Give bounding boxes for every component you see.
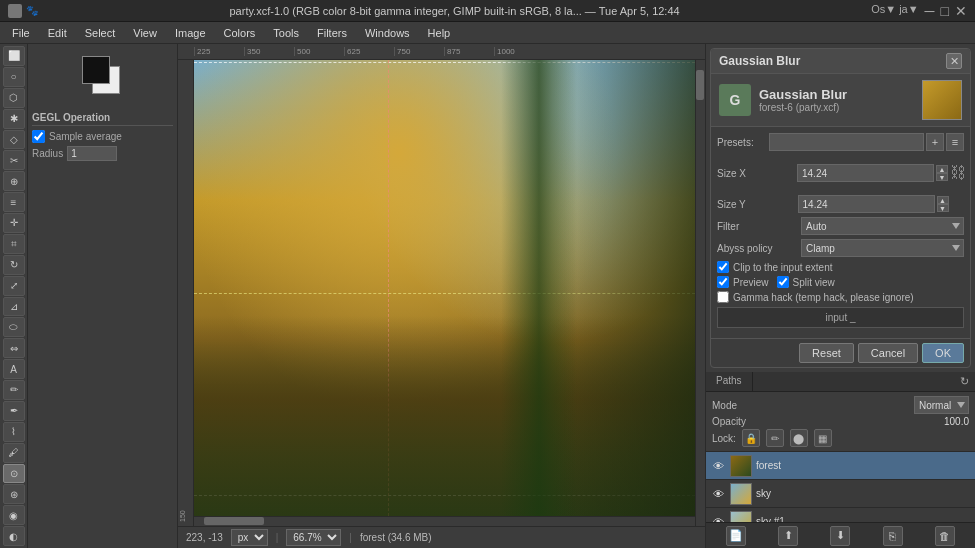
abyss-select[interactable]: Clamp [801,239,964,257]
tool-paint[interactable]: ✏ [3,380,25,400]
gamma-checkbox[interactable] [717,291,729,303]
maximize-button[interactable]: □ [941,3,949,19]
layer-eye-sky1[interactable]: 👁 [710,514,726,523]
dialog-close-button[interactable]: ✕ [946,53,962,69]
chain-link-icon[interactable]: ⛓ [952,155,964,191]
menu-edit[interactable]: Edit [40,25,75,41]
preview-checkbox[interactable] [717,276,729,288]
size-x-input-wrap: ▲ ▼ [797,164,948,182]
dialog-body: Presets: + ≡ Size X ▲ ▼ ⛓ [711,127,970,338]
title-bar-app-icons: 🐾 [8,4,38,18]
zoom-select[interactable]: 66.7% [286,529,341,546]
raise-layer-button[interactable]: ⬆ [778,526,798,546]
tool-transform[interactable]: ⊕ [3,171,25,191]
tool-shear[interactable]: ⊿ [3,297,25,317]
presets-menu-button[interactable]: ≡ [946,133,964,151]
lower-layer-button[interactable]: ⬇ [830,526,850,546]
lock-pixels-button[interactable]: 🔒 [742,429,760,447]
canvas-area: 225 350 500 625 750 875 1000 150 200 250… [178,44,705,548]
tool-ink[interactable]: 🖋 [3,443,25,463]
tool-options-panel: GEGL Operation Sample average Radius [28,44,178,548]
cancel-button[interactable]: Cancel [858,343,918,363]
size-x-spinners: ▲ ▼ [936,165,948,181]
lock-alpha-button[interactable]: ⬤ [790,429,808,447]
tool-dodge[interactable]: ◐ [3,526,25,546]
delete-layer-button[interactable]: 🗑 [935,526,955,546]
size-x-decrement[interactable]: ▼ [936,173,948,181]
tool-airbrush[interactable]: ⌇ [3,422,25,442]
tool-fuzzy-select[interactable]: ✱ [3,109,25,129]
canvas-scrollbar-horizontal[interactable] [194,516,695,526]
tool-text[interactable]: A [3,359,25,379]
canvas-image[interactable] [194,60,705,526]
menu-select[interactable]: Select [77,25,124,41]
presets-add-button[interactable]: + [926,133,944,151]
ruler-mark-350: 350 [244,47,294,56]
reset-button[interactable]: Reset [799,343,854,363]
layer-eye-forest[interactable]: 👁 [710,458,726,474]
layer-item-forest[interactable]: 👁 forest [706,452,975,480]
tool-pencil[interactable]: ✒ [3,401,25,421]
tool-flip[interactable]: ⇔ [3,338,25,358]
tool-free-select[interactable]: ⬡ [3,88,25,108]
lock-label: Lock: [712,433,736,444]
split-checkbox[interactable] [777,276,789,288]
lock-draw-button[interactable]: ✏ [766,429,784,447]
menu-image[interactable]: Image [167,25,214,41]
tool-select-color[interactable]: ◇ [3,130,25,150]
foreground-color-swatch[interactable] [82,56,110,84]
scrollbar-thumb-v[interactable] [696,70,704,100]
menu-view[interactable]: View [125,25,165,41]
tool-scale[interactable]: ⤢ [3,276,25,296]
minimize-button[interactable]: ─ [925,3,935,19]
mode-select[interactable]: Normal [914,396,969,414]
menu-tools[interactable]: Tools [265,25,307,41]
size-y-label: Size Y [717,199,794,210]
layer-item-sky[interactable]: 👁 sky [706,480,975,508]
tool-ellipse-select[interactable]: ○ [3,67,25,87]
canvas-scrollbar-vertical[interactable] [695,60,705,526]
dialog-header: G Gaussian Blur forest-6 (party.xcf) [711,74,970,127]
tool-scissors[interactable]: ✂ [3,150,25,170]
menu-help[interactable]: Help [420,25,459,41]
size-y-decrement[interactable]: ▼ [937,204,949,212]
filter-select[interactable]: Auto [801,217,964,235]
tool-move[interactable]: ✛ [3,213,25,233]
unit-select[interactable]: px [231,529,268,546]
size-x-increment[interactable]: ▲ [936,165,948,173]
tool-blur[interactable]: ◉ [3,505,25,525]
tool-rect-select[interactable]: ⬜ [3,46,25,66]
menu-filters[interactable]: Filters [309,25,355,41]
scrollbar-thumb-h[interactable] [204,517,264,525]
tool-clone[interactable]: ⊛ [3,484,25,504]
tool-perspective[interactable]: ⬭ [3,317,25,337]
tab-paths[interactable]: Paths [706,372,753,391]
radius-input[interactable] [67,146,117,161]
presets-input[interactable] [769,133,924,151]
layer-eye-sky[interactable]: 👁 [710,486,726,502]
menu-windows[interactable]: Windows [357,25,418,41]
title-bar-controls[interactable]: Os▼ ja▼ ─ □ ✕ [871,3,967,19]
menu-colors[interactable]: Colors [216,25,264,41]
layer-thumb-forest [730,455,752,477]
size-y-increment[interactable]: ▲ [937,196,949,204]
size-x-input[interactable] [797,164,934,182]
duplicate-layer-button[interactable]: ⎘ [883,526,903,546]
menu-file[interactable]: File [4,25,38,41]
new-layer-button[interactable]: 📄 [726,526,746,546]
size-y-input[interactable] [798,195,935,213]
abyss-row: Abyss policy Clamp [717,239,964,257]
panel-refresh-button[interactable]: ↻ [954,372,975,391]
tool-rotate[interactable]: ↻ [3,255,25,275]
tool-align[interactable]: ≡ [3,192,25,212]
layer-item-sky1[interactable]: 👁 sky #1 [706,508,975,522]
ruler-mark-500: 500 [294,47,344,56]
tool-heal[interactable]: ⊙ [3,464,25,484]
os-indicator[interactable]: Os▼ ja▼ [871,3,918,19]
clip-checkbox[interactable] [717,261,729,273]
ok-button[interactable]: OK [922,343,964,363]
close-button[interactable]: ✕ [955,3,967,19]
sample-average-checkbox[interactable] [32,130,45,143]
tool-crop[interactable]: ⌗ [3,234,25,254]
lock-position-button[interactable]: ▦ [814,429,832,447]
